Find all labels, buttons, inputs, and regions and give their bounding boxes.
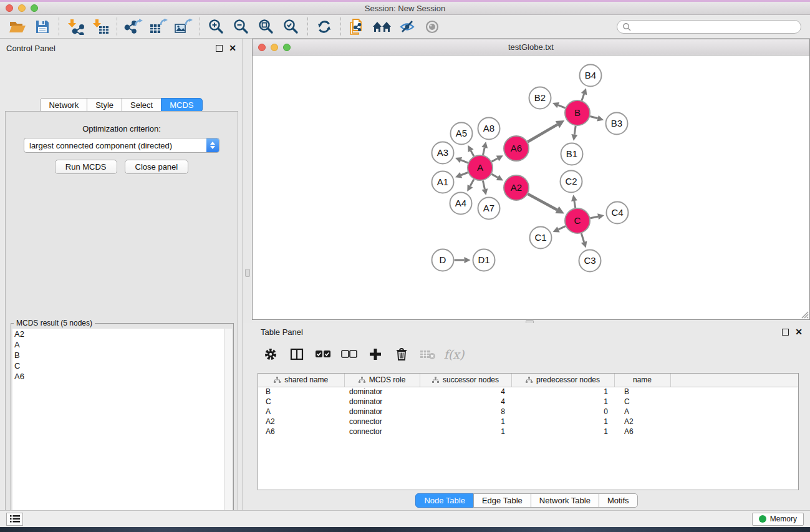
network-canvas[interactable]: B4B2BB3A8A5A6A3B1AC2A1A2A4A7C4CC1DD1C3	[253, 56, 809, 319]
edge-A-A4[interactable]	[470, 179, 474, 186]
table-settings-button[interactable]	[262, 346, 279, 363]
table-cell[interactable]: connector	[344, 427, 420, 437]
graph-node-A8[interactable]: A8	[478, 118, 500, 140]
graph-node-A1[interactable]: A1	[432, 172, 454, 193]
table-cell[interactable]: dominator	[344, 397, 420, 407]
node-table[interactable]: shared nameMCDS rolesuccessor nodesprede…	[258, 374, 798, 437]
zoom-in-button[interactable]	[204, 17, 229, 37]
graph-node-B4[interactable]: B4	[580, 65, 602, 87]
table-cell[interactable]: 1	[511, 427, 614, 437]
graph-node-A4[interactable]: A4	[450, 193, 472, 215]
tab-edge-table[interactable]: Edge Table	[473, 493, 531, 508]
edge-A-A6[interactable]	[492, 158, 498, 162]
table-cell[interactable]: A6	[614, 427, 670, 437]
import-network-button[interactable]	[63, 17, 88, 37]
table-cell[interactable]: 1	[420, 427, 511, 437]
close-panel-button[interactable]: Close panel	[125, 160, 189, 174]
graph-node-D1[interactable]: D1	[473, 249, 495, 271]
hide-selected-button[interactable]	[395, 17, 420, 37]
network-window-titlebar[interactable]: testGlobe.txt	[253, 39, 809, 56]
table-cell[interactable]: B	[258, 387, 344, 397]
table-cell[interactable]: A	[258, 407, 344, 417]
zoom-fit-button[interactable]	[254, 17, 279, 37]
select-all-button[interactable]	[314, 346, 332, 363]
result-item[interactable]: A6	[12, 371, 232, 382]
search-input[interactable]	[634, 22, 796, 31]
column-header-mcds-role[interactable]: MCDS role	[344, 374, 420, 387]
table-cell[interactable]: 1	[420, 417, 511, 427]
delete-row-button[interactable]	[393, 346, 410, 363]
edge-C-C3[interactable]	[581, 233, 584, 242]
tab-select[interactable]: Select	[122, 98, 162, 112]
graph-node-A3[interactable]: A3	[432, 142, 454, 164]
tab-network-table[interactable]: Network Table	[531, 493, 599, 508]
table-cell[interactable]: A	[614, 407, 670, 417]
tab-node-table[interactable]: Node Table	[415, 493, 474, 508]
graph-node-C1[interactable]: C1	[530, 227, 552, 249]
show-columns-button[interactable]	[288, 346, 306, 363]
export-table-button[interactable]	[146, 17, 171, 37]
table-cell[interactable]: 0	[511, 407, 614, 417]
edge-B-B1[interactable]	[574, 126, 576, 135]
column-header-name[interactable]: name	[614, 374, 670, 387]
result-item[interactable]: A	[12, 339, 232, 350]
edge-B-B4[interactable]	[582, 94, 584, 100]
graph-node-A6[interactable]: A6	[504, 136, 529, 161]
graph-node-B3[interactable]: B3	[606, 113, 628, 135]
new-network-from-selection-button[interactable]	[345, 17, 370, 37]
import-table-button[interactable]	[88, 17, 113, 37]
close-panel-icon[interactable]: ✕	[229, 45, 236, 52]
memory-button[interactable]: Memory	[752, 513, 804, 526]
table-cell[interactable]: B	[614, 387, 670, 397]
edge-A-A3[interactable]	[461, 160, 468, 163]
table-cell[interactable]: 8	[420, 407, 511, 417]
table-cell[interactable]: 1	[511, 417, 614, 427]
graph-node-A5[interactable]: A5	[451, 123, 473, 145]
edge-A6-B[interactable]	[528, 125, 557, 142]
table-cell[interactable]: A2	[614, 417, 670, 427]
table-cell[interactable]: C	[258, 397, 344, 407]
edge-C-C1[interactable]	[559, 226, 566, 230]
run-mcds-button[interactable]: Run MCDS	[55, 160, 117, 174]
table-cell[interactable]: A6	[258, 427, 344, 437]
graph-node-B[interactable]: B	[565, 100, 590, 125]
graph-node-A[interactable]: A	[468, 155, 493, 180]
edge-A-A5[interactable]	[471, 151, 474, 157]
edge-B-B3[interactable]	[590, 116, 597, 118]
edge-B-B2[interactable]	[558, 105, 565, 109]
table-cell[interactable]: 1	[511, 387, 614, 397]
edge-C-C2[interactable]	[574, 201, 576, 208]
result-list-scrollbar[interactable]	[224, 329, 232, 532]
table-cell[interactable]: connector	[344, 417, 420, 427]
resize-grip-icon[interactable]	[800, 310, 809, 319]
tab-motifs[interactable]: Motifs	[599, 493, 638, 508]
table-cell[interactable]: C	[614, 397, 670, 407]
result-item[interactable]: C	[12, 360, 232, 371]
graph-node-C3[interactable]: C3	[579, 250, 601, 272]
home-button[interactable]	[370, 17, 395, 37]
table-row[interactable]: A2connector11A2	[258, 417, 798, 427]
result-item[interactable]: B	[12, 350, 232, 360]
edge-C-C4[interactable]	[591, 216, 599, 218]
show-all-button[interactable]	[420, 17, 445, 37]
zoom-out-button[interactable]	[229, 17, 254, 37]
table-row[interactable]: Bdominator41B	[258, 387, 798, 397]
table-cell[interactable]: 4	[420, 397, 511, 407]
edge-A-A7[interactable]	[483, 181, 485, 190]
table-cell[interactable]: dominator	[344, 407, 420, 417]
search-box[interactable]	[617, 20, 801, 34]
edge-A-A2[interactable]	[491, 174, 498, 177]
edge-A-A1[interactable]	[461, 173, 468, 175]
export-image-button[interactable]	[171, 17, 196, 37]
table-row[interactable]: Adominator80A	[258, 407, 798, 417]
task-history-button[interactable]	[6, 513, 23, 526]
graph-node-A7[interactable]: A7	[478, 198, 500, 220]
column-header-predecessor-nodes[interactable]: predecessor nodes	[511, 374, 614, 387]
float-table-panel-icon[interactable]	[782, 329, 789, 336]
zoom-selected-button[interactable]	[279, 17, 304, 37]
edge-A-A8[interactable]	[483, 148, 485, 155]
table-cell[interactable]: 4	[420, 387, 511, 397]
tab-style[interactable]: Style	[87, 98, 122, 112]
add-row-button[interactable]	[367, 346, 384, 363]
column-header-shared-name[interactable]: shared name	[258, 374, 344, 387]
